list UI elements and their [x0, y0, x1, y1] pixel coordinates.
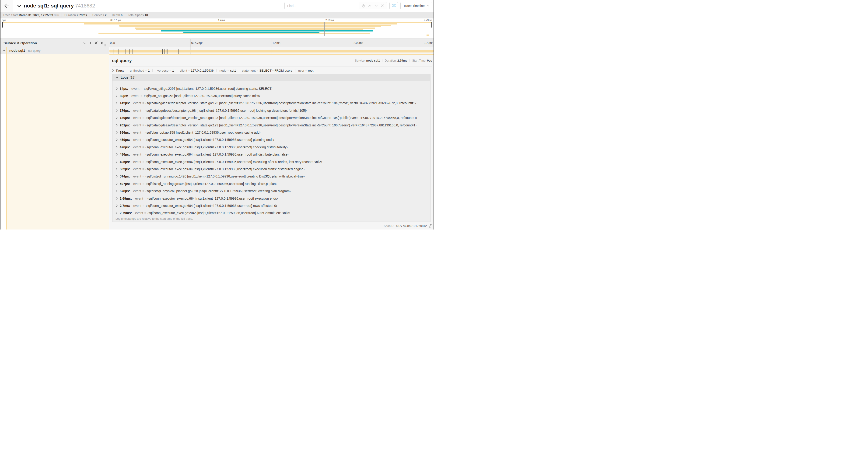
collapse-trace-chevron-icon[interactable] — [17, 3, 22, 8]
log-marker-tick[interactable] — [422, 49, 422, 54]
expand-all-icon[interactable] — [100, 41, 104, 44]
tags-accordian[interactable]: Tags: _unfinished=1_verbose=1client=127.… — [112, 68, 316, 73]
service-operation-header: Service & Operation — [3, 41, 37, 45]
log-marker-tick[interactable] — [152, 49, 152, 54]
log-entry[interactable]: 2.79ms:event=‹sql/conn_executor_exec.go:… — [116, 210, 428, 215]
log-entry[interactable]: 201µs:event=‹sql/catalog/lease/descripto… — [116, 123, 428, 128]
duration-label: Duration: — [385, 59, 397, 62]
summary-duration: Duration 2.79ms — [64, 13, 87, 17]
log-chevron-icon — [116, 183, 118, 185]
span-row-name-cell[interactable]: node sql1sql query — [0, 47, 109, 54]
log-field-key: event — [133, 160, 141, 164]
log-equals: = — [141, 101, 145, 105]
log-entry[interactable]: 2.69ms:event=‹sql/conn_executor_exec.go:… — [116, 196, 428, 201]
log-entry[interactable]: 2.7ms:event=‹sql/conn_executor_exec.go:6… — [116, 203, 428, 208]
span-row-timeline-cell[interactable] — [110, 47, 434, 54]
back-button[interactable] — [0, 0, 13, 12]
log-equals: = — [141, 160, 145, 164]
locate-icon[interactable] — [362, 4, 365, 8]
log-entry[interactable]: 486µs:event=‹sql/conn_executor_exec.go:6… — [116, 152, 428, 157]
log-timestamp: 459µs: — [120, 138, 130, 141]
log-marker-tick[interactable] — [132, 49, 133, 54]
log-field-value: ‹sql/conn_executor_exec.go:684 [nsql1,cl… — [145, 160, 322, 164]
log-entry[interactable]: 476µs:event=‹sql/conn_executor_exec.go:6… — [116, 145, 428, 150]
span-detail-panel: sql query Service: node sql1Duration: 2.… — [110, 54, 434, 230]
clear-search-icon[interactable] — [380, 4, 384, 7]
log-timestamp: 366µs: — [120, 131, 130, 134]
log-field-key: event — [133, 182, 141, 186]
span-row[interactable]: node sql1sql query — [0, 47, 434, 54]
summary-separator — [62, 13, 62, 17]
timeline-tick-label: 2.79ms — [424, 41, 433, 44]
log-chevron-icon — [116, 146, 118, 149]
span-duration-bar[interactable] — [110, 50, 434, 53]
span-detail-left-tint — [7, 54, 109, 230]
column-resize-grip[interactable] — [104, 44, 106, 46]
expand-one-icon[interactable] — [89, 41, 92, 44]
span-detail-row: sql query Service: node sql1Duration: 2.… — [0, 54, 434, 230]
log-timestamp: 201µs: — [120, 123, 130, 127]
log-entry[interactable]: 34µs:event=‹sql/exec_util.go:2297 [nsql1… — [116, 86, 428, 91]
log-entry[interactable]: 459µs:event=‹sql/conn_executor_exec.go:6… — [116, 137, 428, 142]
minimap-span-bar — [84, 23, 397, 25]
summary-separator — [125, 13, 125, 17]
log-chevron-icon — [116, 109, 118, 112]
trace-minimap[interactable] — [2, 22, 432, 36]
minimap-span-bar — [135, 28, 374, 29]
tag-node: node=sql1 — [217, 69, 239, 72]
log-entry[interactable]: 80µs:event=‹sql/plan_opt.go:358 [nsql1,c… — [116, 94, 428, 98]
log-chevron-icon — [116, 124, 118, 127]
log-marker-tick[interactable] — [164, 49, 165, 54]
trace-view-select[interactable]: Trace Timeline — [400, 2, 432, 9]
log-entry[interactable]: 574µs:event=‹sql/distsql_running.go:1420… — [116, 174, 428, 179]
log-timestamp: 597µs: — [120, 182, 130, 186]
next-result-icon[interactable] — [374, 4, 378, 8]
span-collapse-chevron-icon[interactable] — [3, 50, 5, 52]
log-entry[interactable]: 495µs:event=‹sql/conn_executor_exec.go:6… — [116, 160, 428, 164]
log-chevron-icon — [116, 204, 118, 207]
log-chevron-icon — [116, 175, 118, 178]
log-entry[interactable]: 502µs:event=‹sql/conn_executor_exec.go:6… — [116, 167, 428, 171]
log-field-key: event — [133, 167, 141, 171]
log-marker-tick[interactable] — [129, 49, 130, 54]
log-timestamp: 189µs: — [120, 116, 130, 120]
log-timestamp: 34µs: — [120, 87, 128, 91]
timeline-ticks-header: 0µs697.75µs1.4ms2.09ms2.79ms — [110, 39, 434, 47]
log-entry[interactable]: 597µs:event=‹sql/distsql_running.go:498 … — [116, 182, 428, 186]
command-icon: ⌘ — [392, 3, 396, 8]
span-id-label: SpanID: — [384, 224, 394, 228]
log-entry[interactable]: 176µs:event=‹sql/catalog/descs/descripto… — [116, 108, 428, 113]
log-marker-tick[interactable] — [188, 49, 188, 54]
find-input[interactable] — [285, 2, 359, 9]
log-marker-tick[interactable] — [131, 49, 131, 54]
detail-row-bottom-border — [110, 229, 434, 229]
tag-user: user=root — [296, 69, 316, 72]
service-value: node sql1 — [366, 59, 380, 62]
log-marker-tick[interactable] — [113, 49, 114, 54]
span-detail-left-cell — [0, 54, 109, 230]
log-timestamp: 80µs: — [120, 94, 128, 98]
collapse-one-icon[interactable] — [83, 41, 87, 44]
log-timestamp: 574µs: — [120, 174, 130, 178]
collapse-all-icon[interactable] — [94, 41, 98, 45]
log-marker-tick[interactable] — [166, 49, 167, 54]
log-marker-tick[interactable] — [162, 49, 163, 54]
log-entry[interactable]: 678µs:event=‹sql/distsql_physical_planne… — [116, 189, 428, 193]
keyboard-shortcuts-button[interactable]: ⌘ — [390, 2, 398, 9]
log-entry[interactable]: 366µs:event=‹sql/plan_opt.go:358 [nsql1,… — [116, 130, 428, 135]
tags-list: _unfinished=1_verbose=1client=127.0.0.1:… — [125, 69, 316, 72]
log-marker-tick[interactable] — [176, 49, 176, 54]
minimap-left-scrubber[interactable] — [2, 22, 3, 28]
timeline-tick-label: 2.09ms — [353, 41, 363, 44]
trace-title-wrap: node sql1: sql query7418682 — [17, 0, 95, 12]
tag-client: client=127.0.0.1:59936 — [177, 69, 217, 72]
logs-accordian-header[interactable]: Logs (18) — [113, 74, 430, 81]
log-marker-tick[interactable] — [167, 49, 168, 54]
log-entry[interactable]: 189µs:event=‹sql/catalog/lease/descripto… — [116, 116, 428, 120]
prev-result-icon[interactable] — [368, 4, 372, 8]
log-equals: = — [141, 189, 145, 193]
minimap-right-scrubber[interactable] — [431, 22, 432, 28]
deep-link-icon[interactable] — [428, 224, 432, 228]
log-entry[interactable]: 142µs:event=‹sql/catalog/lease/descripto… — [116, 101, 428, 105]
log-chevron-icon — [116, 87, 118, 90]
